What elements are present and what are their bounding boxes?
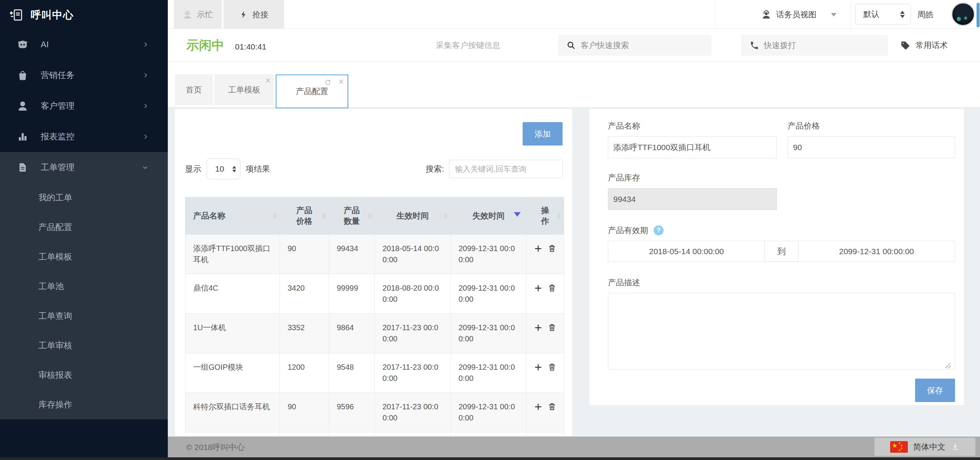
app-title: 呼叫中心 [31, 8, 74, 22]
set-busy-button[interactable]: 示忙 [174, 0, 222, 29]
busy-button-label: 示忙 [197, 9, 213, 20]
add-row-icon[interactable] [534, 245, 542, 253]
close-icon[interactable] [265, 78, 270, 83]
table-search-input[interactable] [449, 160, 563, 178]
footer: © 2018呼叫中心 ★★★★★ 简体中文 [168, 437, 980, 458]
cell-product-name: 1U一体机 [185, 314, 280, 353]
customer-search-input[interactable] [581, 41, 688, 50]
add-row-icon[interactable] [534, 284, 542, 292]
chevron-right-icon [142, 103, 149, 109]
add-product-button[interactable]: 添加 [523, 122, 563, 146]
table-controls: 显示 10 项结果 搜索: [185, 159, 563, 179]
divider [851, 0, 851, 29]
delete-row-icon[interactable] [548, 363, 556, 371]
valid-from-input[interactable]: 2018-05-14 00:00:00 [608, 241, 765, 261]
product-name-input[interactable] [608, 136, 777, 158]
product-price-input[interactable] [788, 136, 955, 158]
collect-keys-label: 采集客户按键信息 [436, 29, 500, 62]
scrollbar-thumb[interactable] [977, 3, 980, 27]
add-row-icon[interactable] [534, 363, 542, 371]
sidebar-subitem[interactable]: 工单模板 [0, 242, 168, 271]
bottom-strip [0, 457, 980, 460]
customer-quick-search [558, 35, 712, 56]
table-row[interactable]: 添添呼TTF1000双插口耳机 90 99434 2018-05-14 00:0… [185, 235, 564, 274]
page-size-control: 显示 10 项结果 [185, 159, 270, 179]
sidebar-item-ai[interactable]: AI [0, 29, 168, 60]
username[interactable]: 周皓 [917, 0, 934, 29]
sidebar-item-reports[interactable]: 报表监控 [0, 121, 168, 152]
tab-home[interactable]: 首页 [175, 74, 213, 105]
agent-status[interactable]: 示闲中 [186, 37, 224, 54]
profile-select[interactable]: 默认 [855, 4, 911, 25]
table-row[interactable]: 鼎信4C 3420 99999 2018-08-20 00:00:00 2099… [185, 274, 564, 314]
agent-status-group: 示闲中 01:40:41 [186, 29, 267, 62]
delete-row-icon[interactable] [548, 284, 556, 292]
cell-product-price: 90 [280, 393, 329, 432]
sidebar-subitem[interactable]: 工单池 [0, 271, 168, 301]
download-icon[interactable] [951, 442, 960, 451]
description-textarea[interactable] [608, 293, 955, 370]
agent-view-dropdown[interactable]: 话务员视图 [761, 0, 836, 29]
column-header-end-time[interactable]: 失效时间 [451, 197, 526, 235]
cell-actions [526, 235, 564, 274]
avatar[interactable] [951, 2, 975, 26]
tab-workorder-template[interactable]: 工单模板 [214, 74, 274, 105]
table-row[interactable]: 一组GOIP模块 1200 9548 2017-11-23 00:00:00 2… [185, 353, 564, 393]
sidebar-subitem[interactable]: 工单查询 [0, 301, 168, 331]
common-scripts-button[interactable]: 常用话术 [901, 29, 948, 62]
sidebar-menu: AI 营销任务 [0, 29, 168, 419]
field-product-price: 产品价格 [788, 121, 955, 158]
product-stock-input [608, 188, 777, 210]
refresh-icon[interactable] [324, 79, 331, 86]
grab-call-button[interactable]: 抢接 [223, 0, 284, 29]
collapse-sidebar-icon[interactable] [9, 8, 24, 22]
save-button[interactable]: 保存 [915, 379, 955, 402]
column-header-start-time[interactable]: 生效时间 [375, 197, 451, 235]
column-header-product-name[interactable]: 产品名称 [185, 197, 280, 235]
column-header-product-price[interactable]: 产品价格 [280, 197, 329, 235]
sidebar-item-customers[interactable]: 客户管理 [0, 91, 168, 121]
cell-product-price: 1200 [280, 353, 329, 393]
cell-product-name: 鼎信4C [185, 274, 280, 314]
column-header-actions[interactable]: 操作 [526, 197, 564, 235]
sort-icon [368, 211, 372, 221]
sidebar-item-label: 客户管理 [41, 100, 74, 112]
help-icon[interactable]: ? [654, 225, 664, 235]
language-selector[interactable]: ★★★★★ 简体中文 [874, 438, 975, 456]
sidebar-item-marketing[interactable]: 营销任务 [0, 60, 168, 91]
sort-icon [322, 211, 326, 221]
sidebar-subitem[interactable]: 工单审核 [0, 331, 168, 360]
valid-to-input[interactable]: 2099-12-31 00:00:00 [798, 241, 955, 261]
status-timer: 01:40:41 [235, 42, 267, 51]
lightning-icon [239, 10, 248, 20]
column-header-product-qty[interactable]: 产品数量 [329, 197, 375, 235]
delete-row-icon[interactable] [548, 402, 556, 411]
tab-product-config[interactable]: 产品配置 [276, 74, 348, 108]
cell-end-time: 2099-12-31 00:00:00 [451, 353, 526, 393]
sidebar-subitem[interactable]: 审核报表 [0, 360, 168, 390]
table-row[interactable]: 1U一体机 3352 9864 2017-11-23 00:00:00 2099… [185, 314, 564, 353]
quick-dial-input[interactable] [764, 41, 867, 50]
close-icon[interactable] [339, 79, 344, 84]
add-row-icon[interactable] [534, 403, 542, 411]
table-row-partial [185, 432, 564, 436]
sidebar-subitem[interactable]: 产品配置 [0, 212, 168, 242]
page-size-select[interactable]: 10 [207, 159, 240, 179]
profile-select-value: 默认 [863, 9, 900, 20]
sidebar-subitem[interactable]: 我的工单 [0, 183, 168, 212]
cell-product-name: 添添呼TTF1000双插口耳机 [185, 235, 280, 274]
delete-row-icon[interactable] [548, 244, 556, 253]
sidebar-item-workorders[interactable]: 工单管理 [0, 152, 168, 183]
delete-row-icon[interactable] [548, 323, 556, 332]
sidebar-subitem[interactable]: 库存操作 [0, 390, 168, 419]
sidebar-item-label: 营销任务 [41, 69, 74, 81]
sidebar-submenu: 我的工单产品配置工单模板工单池工单查询工单审核审核报表库存操作 [0, 183, 168, 419]
tab-label: 工单模板 [228, 84, 260, 95]
cell-product-name: 一组GOIP模块 [185, 353, 280, 393]
tab-label: 首页 [186, 84, 202, 95]
shopping-bag-icon [16, 69, 29, 82]
cell-end-time: 2099-12-31 00:00:00 [451, 314, 526, 353]
table-row[interactable]: 科特尔双插口话务耳机 90 9596 2017-11-23 00:00:00 2… [185, 393, 564, 432]
add-row-icon[interactable] [534, 324, 542, 332]
cell-end-time: 2099-12-31 00:00:00 [451, 235, 526, 274]
